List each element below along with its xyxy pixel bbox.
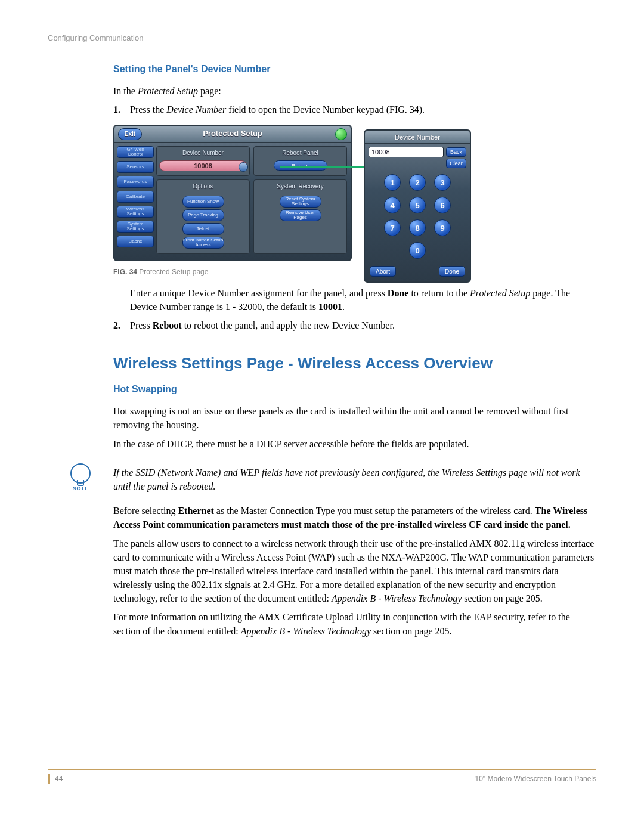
- keypad-key-0[interactable]: 0: [409, 242, 426, 259]
- keypad-clear-row: Clear: [365, 159, 470, 169]
- note-icon: NOTE: [69, 463, 92, 493]
- t: Ethernet: [178, 506, 213, 516]
- intro-emph: Protected Setup: [138, 86, 198, 96]
- t: Before selecting: [113, 506, 178, 516]
- side-sensors[interactable]: Sensors: [117, 161, 154, 173]
- t: Device Number: [166, 104, 226, 114]
- figure-34: Exit Protected Setup G4 Web Control Sens…: [113, 125, 596, 277]
- heading-wireless-overview: Wireless Settings Page - Wireless Access…: [113, 352, 596, 375]
- keypad-key-9[interactable]: 9: [434, 219, 451, 236]
- reset-system-settings-button[interactable]: Reset System Settings: [280, 196, 321, 208]
- keypad-key-2[interactable]: 2: [409, 174, 426, 191]
- panel-row-2: Options Function Show Page Tracking Teln…: [156, 176, 351, 255]
- step-1-number: 1.: [113, 103, 130, 116]
- t: Reboot: [153, 320, 182, 330]
- step-2-text: Press Reboot to reboot the panel, and ap…: [130, 318, 395, 332]
- callout-arrow: [280, 160, 370, 162]
- keypad-key-5[interactable]: 5: [409, 197, 426, 213]
- keypad-key-1[interactable]: 1: [384, 174, 401, 191]
- device-number-value: 10008: [194, 162, 212, 169]
- side-calibrate[interactable]: Calibrate: [117, 191, 154, 203]
- keypad-key-6[interactable]: 6: [434, 197, 451, 213]
- side-nav: G4 Web Control Sensors Passwords Calibra…: [117, 146, 154, 247]
- opt-front-button-setup[interactable]: Front Button Setup Access: [182, 237, 224, 249]
- t: to reboot the panel, and apply the new D…: [182, 320, 395, 330]
- intro-suffix: page:: [198, 86, 221, 96]
- figure-caption-bold: FIG. 34: [113, 268, 137, 276]
- heading-hot-swapping: Hot Swapping: [113, 382, 596, 396]
- t: field to open the Device Number keypad (…: [226, 104, 425, 114]
- keypad-clear-button[interactable]: Clear: [446, 159, 466, 168]
- keypad-display[interactable]: 10008: [369, 147, 444, 157]
- t: 10001: [318, 302, 342, 312]
- lightbulb-icon: [70, 463, 91, 484]
- steps-list-2: 2. Press Reboot to reboot the panel, and…: [113, 318, 596, 332]
- exit-button[interactable]: Exit: [118, 128, 142, 140]
- t: section on page 205.: [371, 626, 452, 636]
- device-number-group: Device Number 10008: [156, 146, 250, 176]
- device-number-keypad: Device Number 10008 Back Clear 1 2 3 4 5…: [364, 129, 471, 283]
- side-g4-web-control[interactable]: G4 Web Control: [117, 146, 154, 158]
- t: Done: [388, 288, 409, 298]
- t: Press: [130, 320, 153, 330]
- t: Enter a unique Device Number assignment …: [130, 288, 388, 298]
- t: Protected Setup: [470, 288, 530, 298]
- side-system-settings[interactable]: System Settings: [117, 221, 154, 233]
- page-number: 44: [55, 774, 63, 784]
- keypad-done-button[interactable]: Done: [439, 266, 465, 277]
- step-2-number: 2.: [113, 318, 130, 332]
- paragraph-hotswap-2: In the case of DHCP, there must be a DHC…: [113, 437, 596, 451]
- keypad-key-7[interactable]: 7: [384, 219, 401, 236]
- t: Appendix B - Wireless Technology: [241, 626, 371, 636]
- panel-title: Protected Setup: [203, 128, 262, 140]
- opt-function-show[interactable]: Function Show: [182, 196, 224, 208]
- intro-prefix: In the: [113, 86, 138, 96]
- keypad-key-8[interactable]: 8: [409, 219, 426, 236]
- t: .: [342, 302, 345, 312]
- note-text: If the SSID (Network Name) and WEP field…: [113, 466, 596, 493]
- figure-caption: FIG. 34 Protected Setup page: [113, 267, 596, 277]
- step-1-followup: Enter a unique Device Number assignment …: [130, 286, 596, 314]
- system-recovery-group: System Recovery Reset System Settings Re…: [253, 179, 347, 255]
- paragraph-wap: The panels allow users to connect to a w…: [113, 537, 596, 606]
- keypad-grid: 1 2 3 4 5 6 7 8 9 0: [365, 169, 470, 261]
- figure-canvas: Exit Protected Setup G4 Web Control Sens…: [113, 125, 477, 261]
- t: Press the: [130, 104, 166, 114]
- recovery-list: Reset System Settings Remove User Pages: [256, 193, 344, 224]
- footer-doc-title: 10" Modero Widescreen Touch Panels: [475, 774, 596, 784]
- side-cache[interactable]: Cache: [117, 236, 154, 247]
- keypad-footer: Abort Done: [365, 261, 470, 277]
- opt-telnet[interactable]: Telnet: [182, 223, 224, 235]
- keypad-display-row: 10008 Back: [365, 144, 470, 159]
- device-number-field[interactable]: 10008: [159, 160, 247, 171]
- device-number-group-title: Device Number: [159, 149, 247, 158]
- keypad-back-button[interactable]: Back: [446, 147, 466, 157]
- recovery-group-title: System Recovery: [256, 182, 344, 191]
- footer-accent-bar: [48, 774, 50, 784]
- keypad-key-4[interactable]: 4: [384, 197, 401, 213]
- lock-icon: [335, 128, 347, 140]
- reboot-group-title: Reboot Panel: [256, 149, 344, 158]
- page-footer: 44 10" Modero Widescreen Touch Panels: [48, 769, 596, 784]
- paragraph-ethernet: Before selecting Ethernet as the Master …: [113, 504, 596, 531]
- opt-page-tracking[interactable]: Page Tracking: [182, 209, 224, 221]
- t: section on page 205.: [462, 593, 543, 603]
- remove-user-pages-button[interactable]: Remove User Pages: [280, 209, 321, 221]
- keypad-key-3[interactable]: 3: [434, 174, 451, 191]
- paragraph-cert-utility: For more information on utilizing the AM…: [113, 610, 596, 637]
- panel-row-1: Device Number 10008 Reboot Panel Reboot: [156, 143, 351, 176]
- t: to return to the: [408, 288, 470, 298]
- keypad-abort-button[interactable]: Abort: [370, 266, 396, 277]
- side-passwords[interactable]: Passwords: [117, 176, 154, 188]
- options-group-title: Options: [159, 182, 247, 191]
- side-wireless-settings[interactable]: Wireless Settings: [117, 206, 154, 218]
- options-list: Function Show Page Tracking Telnet Front…: [159, 193, 247, 251]
- heading-setting-device-number: Setting the Panel's Device Number: [113, 62, 596, 76]
- step-1: 1. Press the Device Number field to open…: [113, 103, 596, 116]
- running-header: Configuring Communication: [48, 33, 596, 44]
- t: as the Master Connection Type you must s…: [214, 506, 535, 516]
- exit-label: Exit: [125, 130, 135, 139]
- options-group: Options Function Show Page Tracking Teln…: [156, 179, 250, 255]
- t: Appendix B - Wireless Technology: [332, 593, 462, 603]
- top-rule: [48, 29, 596, 29]
